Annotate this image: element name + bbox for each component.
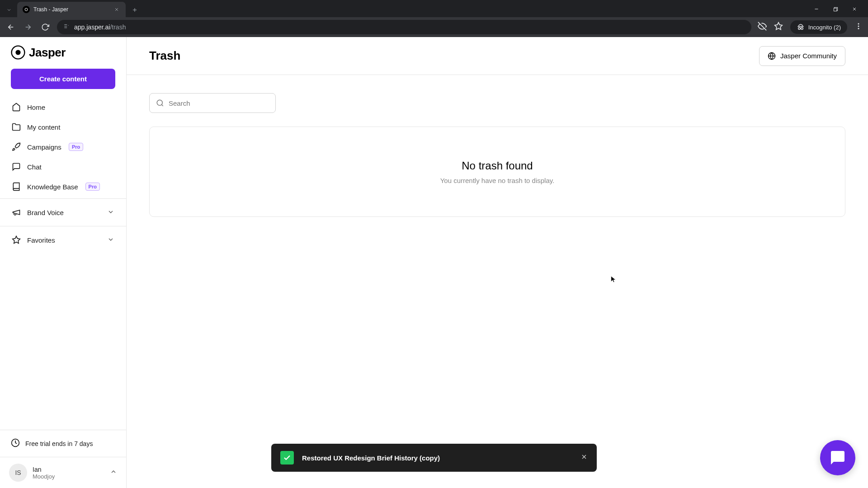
window-controls [811,5,860,14]
incognito-eye-icon[interactable] [758,22,767,33]
book-icon [12,182,21,191]
trial-text: Free trial ends in 7 days [25,440,93,447]
sidebar-item-my-content[interactable]: My content [5,117,121,137]
toast-message: Restored UX Redesign Brief History (copy… [302,454,572,462]
browser-toolbar: app.jasper.ai/trash Incognito (2) [0,17,868,37]
pro-badge: Pro [85,183,100,191]
community-button[interactable]: Jasper Community [759,46,845,66]
sidebar-item-label: Home [27,103,45,111]
svg-point-22 [858,23,859,24]
tab-search-dropdown[interactable] [4,5,14,15]
new-tab-button[interactable] [128,4,141,16]
pro-badge: Pro [69,143,83,151]
address-bar[interactable]: app.jasper.ai/trash [57,20,751,34]
svg-point-19 [798,28,800,30]
sidebar-item-knowledge-base[interactable]: Knowledge Base Pro [5,177,121,197]
sidebar-item-label: Chat [27,163,42,171]
empty-state: No trash found You currently have no tra… [149,127,845,217]
chat-bubble-icon [830,450,846,466]
incognito-indicator[interactable]: Incognito (2) [790,20,847,34]
search-icon [156,99,164,107]
megaphone-icon [12,208,21,217]
logo-text: Jasper [29,46,66,60]
page-title: Trash [149,49,180,63]
nav-list: Home My content Campaigns Pro Chat Knowl… [0,95,126,198]
chat-fab-button[interactable] [820,440,855,475]
window-minimize-icon[interactable] [811,5,822,14]
incognito-label: Incognito (2) [808,24,841,31]
app-root: Jasper Create content Home My content Ca… [0,37,868,488]
jasper-logo-icon [11,45,25,60]
chat-icon [12,162,21,171]
user-name: Ian [33,466,104,473]
url-text: app.jasper.ai/trash [74,23,126,31]
nav-back-icon[interactable] [5,22,16,33]
window-close-icon[interactable] [849,5,860,14]
bookmark-star-icon[interactable] [774,22,783,33]
clock-icon [11,438,20,449]
globe-icon [768,52,776,60]
main-content: Trash Jasper Community No trash found Yo… [127,37,868,488]
sidebar-item-label: Favorites [27,236,55,244]
browser-tab-strip: Trash - Jasper [0,0,868,17]
avatar: IS [9,464,27,482]
empty-title: No trash found [462,160,533,172]
svg-line-32 [161,104,163,106]
svg-point-23 [858,26,859,27]
sidebar-item-favorites[interactable]: Favorites [5,230,121,250]
folder-icon [12,122,21,131]
create-content-button[interactable]: Create content [11,69,115,89]
svg-point-26 [15,50,20,55]
success-check-icon [280,451,294,465]
svg-point-31 [157,100,162,105]
toast-notification: Restored UX Redesign Brief History (copy… [271,444,597,472]
search-input[interactable] [169,99,269,107]
community-label: Jasper Community [780,52,837,60]
page-header: Trash Jasper Community [127,37,868,75]
browser-menu-icon[interactable] [854,22,863,32]
user-menu[interactable]: IS Ian Moodjoy [0,457,126,488]
rocket-icon [12,142,21,151]
svg-point-20 [801,28,803,30]
tab-title: Trash - Jasper [33,6,109,13]
chevron-up-icon [110,468,117,477]
empty-subtitle: You currently have no trash to display. [440,177,555,184]
svg-marker-18 [774,23,782,30]
svg-point-24 [858,28,859,29]
sidebar-item-home[interactable]: Home [5,97,121,117]
svg-rect-8 [834,8,836,11]
star-icon [12,235,21,244]
browser-tab[interactable]: Trash - Jasper [17,2,126,17]
sidebar-item-label: Knowledge Base [27,183,78,191]
tab-favicon-icon [23,6,30,13]
window-maximize-icon[interactable] [830,5,841,14]
sidebar-item-brand-voice[interactable]: Brand Voice [5,202,121,222]
sidebar-item-chat[interactable]: Chat [5,157,121,177]
incognito-hat-icon [797,23,805,31]
chevron-down-icon [107,236,114,244]
tab-close-icon[interactable] [113,6,120,13]
sidebar-item-campaigns[interactable]: Campaigns Pro [5,137,121,157]
home-icon [12,103,21,112]
sidebar-item-label: Brand Voice [27,209,64,216]
logo[interactable]: Jasper [0,37,126,66]
sidebar: Jasper Create content Home My content Ca… [0,37,127,488]
chevron-down-icon [107,208,114,217]
sidebar-item-label: Campaigns [27,143,61,151]
svg-marker-27 [13,236,20,244]
toast-close-icon[interactable] [580,453,588,462]
search-field[interactable] [149,93,276,113]
site-info-icon[interactable] [63,23,70,31]
user-org: Moodjoy [33,473,104,480]
nav-forward-icon[interactable] [23,22,33,33]
trial-notice[interactable]: Free trial ends in 7 days [0,430,126,457]
sidebar-item-label: My content [27,123,60,131]
nav-reload-icon[interactable] [40,22,51,33]
